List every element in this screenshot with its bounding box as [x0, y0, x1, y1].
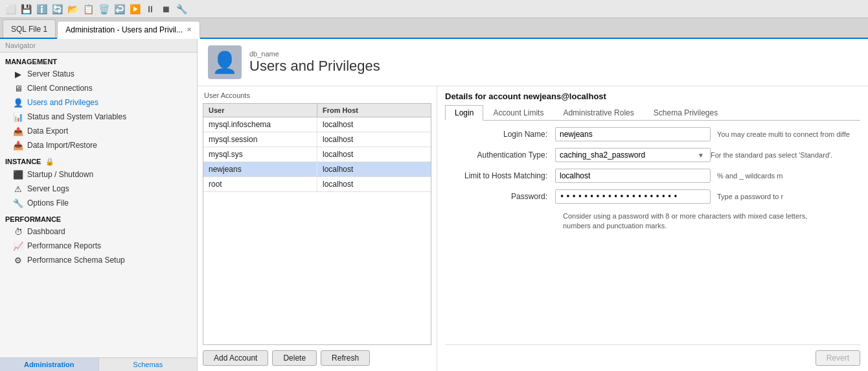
sidebar-label-startup-shutdown: Startup / Shutdown: [27, 170, 93, 179]
table-row[interactable]: root localhost: [203, 177, 431, 192]
gear-icon: ⚙: [13, 255, 23, 265]
revert-button[interactable]: Revert: [816, 350, 860, 366]
toolbar-icon-6[interactable]: 📋: [82, 3, 95, 16]
details-panel: Details for account newjeans@localhost L…: [437, 86, 868, 371]
tab-administration[interactable]: Administration - Users and Privil... ✕: [57, 21, 200, 39]
user-cell: mysql.sys: [203, 147, 317, 162]
auth-type-select-wrapper: caching_sha2_password Standard mysql_nat…: [555, 148, 704, 162]
sidebar-item-options-file[interactable]: 🔧 Options File: [0, 196, 197, 210]
avatar-icon: 👤: [212, 50, 238, 75]
table-row[interactable]: mysql.sys localhost: [203, 147, 431, 162]
toolbar-icon-9[interactable]: ▶️: [128, 3, 141, 16]
tab-administrative-roles[interactable]: Administrative Roles: [553, 105, 643, 121]
toolbar-icon-5[interactable]: 📂: [66, 3, 79, 16]
user-col-header: User: [203, 104, 317, 117]
user-avatar: 👤: [208, 45, 242, 79]
sidebar-item-server-logs[interactable]: ⚠ Server Logs: [0, 182, 197, 196]
auth-type-select[interactable]: caching_sha2_password Standard mysql_nat…: [555, 148, 711, 162]
host-hint: % and _ wildcards m: [717, 171, 783, 180]
toolbar-icon-7[interactable]: 🗑️: [97, 3, 110, 16]
toolbar-icon-3[interactable]: ℹ️: [35, 3, 48, 16]
tab-login[interactable]: Login: [445, 105, 483, 121]
sidebar-item-users-privileges[interactable]: 👤 Users and Privileges: [0, 95, 197, 110]
user-list-actions: Add Account Delete Refresh: [203, 350, 431, 366]
user-cell: newjeans: [203, 162, 317, 176]
tab-sql-file[interactable]: SQL File 1: [3, 19, 56, 38]
auth-type-row: Authentication Type: caching_sha2_passwo…: [445, 148, 860, 162]
user-accounts-label: User Accounts: [203, 91, 431, 99]
add-account-button[interactable]: Add Account: [203, 350, 268, 366]
sidebar-item-client-connections[interactable]: 🖥 Client Connections: [0, 81, 197, 95]
page-title: Users and Privileges: [249, 58, 380, 75]
wrench-icon: 🔧: [13, 198, 23, 208]
sidebar-item-performance-schema[interactable]: ⚙ Performance Schema Setup: [0, 253, 197, 267]
refresh-button[interactable]: Refresh: [321, 350, 370, 366]
clock-icon: ⏱: [13, 226, 23, 237]
login-name-row: Login Name: You may create multi to conn…: [445, 127, 860, 141]
password-note: Consider using a password with 8 or more…: [563, 211, 822, 232]
toolbar-icon-10[interactable]: ⏸: [144, 3, 157, 16]
toolbar-icon-11[interactable]: ⏹: [159, 3, 172, 16]
login-form: Login Name: You may create multi to conn…: [445, 127, 860, 344]
tab-close-icon[interactable]: ✕: [187, 26, 192, 33]
chart-icon: 📊: [13, 112, 23, 122]
sidebar-section-instance: INSTANCE 🔒: [0, 152, 197, 167]
password-label: Password:: [445, 192, 555, 201]
sidebar-header: Navigator: [0, 39, 197, 53]
auth-type-hint: For the standard pas select 'Standard'.: [711, 150, 832, 160]
password-row: Password: Type a password to r: [445, 189, 860, 204]
sidebar-item-data-export[interactable]: 📤 Data Export: [0, 124, 197, 138]
tab-administration-label: Administration - Users and Privil...: [65, 25, 183, 34]
sidebar-item-startup-shutdown[interactable]: ⬛ Startup / Shutdown: [0, 167, 197, 182]
export-icon: 📤: [13, 126, 23, 136]
sidebar-label-options-file: Options File: [27, 198, 69, 208]
sidebar-tab-administration[interactable]: Administration: [0, 358, 99, 371]
toolbar-icon-2[interactable]: 💾: [19, 3, 32, 16]
sidebar-label-data-import: Data Import/Restore: [27, 141, 97, 150]
login-name-input[interactable]: [555, 127, 711, 141]
table-row-selected[interactable]: newjeans localhost: [203, 162, 431, 177]
table-row[interactable]: mysql.session localhost: [203, 132, 431, 147]
toolbar-icon-4[interactable]: 🔄: [51, 3, 63, 16]
user-table-header: User From Host: [203, 104, 431, 117]
sidebar-item-dashboard[interactable]: ⏱ Dashboard: [0, 224, 197, 239]
auth-type-label: Authentication Type:: [445, 150, 555, 160]
delete-button[interactable]: Delete: [272, 350, 317, 366]
password-input[interactable]: [555, 189, 711, 204]
user-table: User From Host mysql.infoschema localhos…: [203, 103, 431, 345]
body-panels: User Accounts User From Host mysql.infos…: [198, 86, 868, 371]
sidebar-item-status-variables[interactable]: 📊 Status and System Variables: [0, 110, 197, 124]
table-row[interactable]: mysql.infoschema localhost: [203, 117, 431, 132]
toolbar-icon-1[interactable]: ⬜: [4, 3, 17, 16]
sidebar-label-client-connections: Client Connections: [27, 84, 93, 93]
tab-account-limits[interactable]: Account Limits: [483, 105, 553, 121]
graph-icon: 📈: [13, 241, 23, 251]
toolbar-icon-8[interactable]: ↩️: [113, 3, 126, 16]
host-label: Limit to Hosts Matching:: [445, 171, 555, 180]
content-area: 👤 db_name Users and Privileges User Acco…: [198, 39, 868, 371]
sidebar-item-server-status[interactable]: ▶ Server Status: [0, 67, 197, 81]
sidebar-section-management: MANAGEMENT: [0, 53, 197, 67]
page-header: 👤 db_name Users and Privileges: [198, 39, 868, 86]
toolbar-icon-12[interactable]: 🔧: [175, 3, 188, 16]
tab-schema-privileges[interactable]: Schema Privileges: [644, 105, 727, 121]
host-cell: localhost: [317, 177, 431, 191]
monitor-icon: 🖥: [13, 83, 23, 93]
host-col-header: From Host: [317, 104, 431, 117]
sidebar-item-performance-reports[interactable]: 📈 Performance Reports: [0, 239, 197, 253]
details-actions: Revert: [445, 344, 860, 366]
user-list-panel: User Accounts User From Host mysql.infos…: [198, 86, 437, 371]
details-tabs: Login Account Limits Administrative Role…: [445, 105, 860, 121]
sidebar-label-performance-reports: Performance Reports: [27, 241, 101, 250]
sidebar-item-data-import[interactable]: 📥 Data Import/Restore: [0, 138, 197, 152]
user-cell: mysql.infoschema: [203, 117, 317, 132]
host-cell: localhost: [317, 117, 431, 132]
page-title-block: db_name Users and Privileges: [249, 50, 380, 75]
tab-sql-file-label: SQL File 1: [11, 25, 47, 34]
password-hint: Type a password to r: [717, 192, 783, 201]
sidebar-label-server-status: Server Status: [27, 69, 74, 78]
sidebar-tab-schemas[interactable]: Schemas: [99, 358, 198, 371]
host-cell: localhost: [317, 162, 431, 176]
host-input[interactable]: [555, 169, 711, 183]
host-matching-row: Limit to Hosts Matching: % and _ wildcar…: [445, 169, 860, 183]
